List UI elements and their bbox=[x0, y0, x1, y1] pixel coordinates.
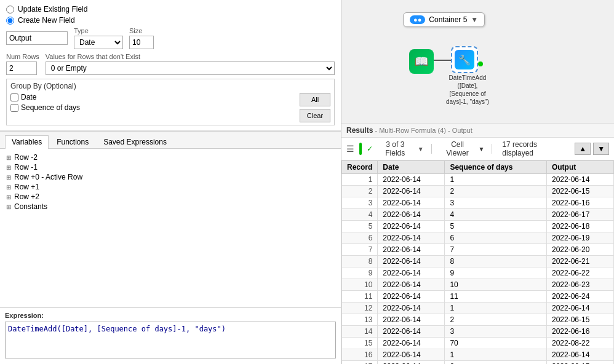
tree-item-row-active[interactable]: ⊞ Row +0 - Active Row bbox=[5, 172, 336, 182]
create-new-radio[interactable] bbox=[6, 17, 14, 25]
tab-functions[interactable]: Functions bbox=[50, 135, 95, 148]
cell-date: 2022-06-14 bbox=[378, 303, 445, 314]
tree-item-row-minus1[interactable]: ⊞ Row -1 bbox=[5, 162, 336, 172]
expression-input[interactable]: DateTimeAdd([Date], [Sequence of days]-1… bbox=[5, 322, 336, 358]
size-label: Size bbox=[129, 27, 154, 34]
container-toggle[interactable]: ●● bbox=[410, 15, 425, 24]
table-row[interactable]: 4 2022-06-14 4 2022-06-17 bbox=[342, 209, 614, 221]
table-header: Record Date Sequence of days Output bbox=[342, 161, 614, 174]
expand-icon-row-minus2: ⊞ bbox=[5, 154, 12, 161]
groupby-seqdays-label: Sequence of days bbox=[10, 103, 296, 112]
cell-seqdays: 9 bbox=[445, 267, 547, 279]
type-label: Type bbox=[74, 27, 123, 34]
table-row[interactable]: 6 2022-06-14 6 2022-06-19 bbox=[342, 232, 614, 244]
table-row[interactable]: 17 2022-06-14 2 2022-06-15 bbox=[342, 361, 614, 365]
table-row[interactable]: 1 2022-06-14 1 2022-06-14 bbox=[342, 174, 614, 186]
cell-output: 2022-06-22 bbox=[546, 267, 613, 279]
table-row[interactable]: 15 2022-06-14 70 2022-08-22 bbox=[342, 338, 614, 349]
table-row[interactable]: 9 2022-06-14 9 2022-06-22 bbox=[342, 267, 614, 279]
cell-seqdays: 70 bbox=[445, 338, 547, 349]
output-field-input[interactable] bbox=[6, 31, 68, 45]
numrows-input[interactable] bbox=[6, 61, 37, 75]
table-row[interactable]: 16 2022-06-14 1 2022-06-14 bbox=[342, 349, 614, 361]
tree-item-row-minus2[interactable]: ⊞ Row -2 bbox=[5, 152, 336, 162]
update-existing-radio-row: Update Existing Field bbox=[6, 5, 335, 14]
table-body: 1 2022-06-14 1 2022-06-14 2 2022-06-14 2… bbox=[342, 174, 614, 365]
records-count-label: 17 records displayed bbox=[502, 140, 570, 157]
cell-record: 13 bbox=[342, 314, 378, 326]
nav-down-button[interactable]: ▼ bbox=[593, 143, 609, 155]
cell-output: 2022-06-16 bbox=[546, 197, 613, 209]
cell-date: 2022-06-14 bbox=[378, 197, 445, 209]
groupby-checkboxes: Date Sequence of days bbox=[10, 93, 296, 122]
cell-date: 2022-06-14 bbox=[378, 361, 445, 365]
toolbar-separator-2 bbox=[492, 144, 492, 154]
cell-seqdays: 2 bbox=[445, 314, 547, 326]
cell-record: 9 bbox=[342, 267, 378, 279]
groupby-section: Group By (Optional) Date Sequence of day… bbox=[6, 79, 335, 125]
table-row[interactable]: 14 2022-06-14 3 2022-06-16 bbox=[342, 326, 614, 338]
groupby-all-button[interactable]: All bbox=[300, 93, 330, 106]
groupby-seqdays-checkbox[interactable] bbox=[10, 104, 18, 112]
update-existing-radio[interactable] bbox=[6, 6, 14, 14]
fields-button[interactable]: ✓ 3 of 3 Fields ▼ bbox=[367, 140, 424, 157]
cell-date: 2022-06-14 bbox=[378, 349, 445, 361]
values-select[interactable]: 0 or Empty bbox=[46, 61, 335, 75]
table-row[interactable]: 11 2022-06-14 11 2022-06-24 bbox=[342, 291, 614, 303]
cell-date: 2022-06-14 bbox=[378, 174, 445, 186]
cell-date: 2022-06-14 bbox=[378, 267, 445, 279]
cell-record: 1 bbox=[342, 174, 378, 186]
cell-output: 2022-06-16 bbox=[546, 326, 613, 338]
source-tool-icon[interactable]: 📖 bbox=[409, 49, 434, 74]
table-row[interactable]: 8 2022-06-14 8 2022-06-21 bbox=[342, 256, 614, 267]
cell-output: 2022-06-24 bbox=[546, 291, 613, 303]
connector-line bbox=[434, 60, 451, 61]
results-body: Record Date Sequence of days Output 1 20… bbox=[341, 160, 614, 364]
groupby-header: Group By (Optional) bbox=[10, 82, 330, 90]
table-row[interactable]: 2 2022-06-14 2 2022-06-15 bbox=[342, 186, 614, 197]
cell-seqdays: 7 bbox=[445, 244, 547, 256]
formula-tool-icon[interactable]: 🔧 bbox=[451, 46, 478, 73]
cell-record: 14 bbox=[342, 326, 378, 338]
table-row[interactable]: 3 2022-06-14 3 2022-06-16 bbox=[342, 197, 614, 209]
expression-section: Expression: DateTimeAdd([Date], [Sequenc… bbox=[0, 307, 341, 364]
tree-item-row-plus1[interactable]: ⊞ Row +1 bbox=[5, 182, 336, 192]
data-table-wrapper: Record Date Sequence of days Output 1 20… bbox=[341, 160, 614, 364]
col-header-seqdays: Sequence of days bbox=[445, 161, 547, 174]
tree-item-constants[interactable]: ⊞ Constants bbox=[5, 202, 336, 212]
cell-record: 11 bbox=[342, 291, 378, 303]
cell-output: 2022-06-15 bbox=[546, 361, 613, 365]
cell-output: 2022-06-20 bbox=[546, 244, 613, 256]
groupby-date-checkbox[interactable] bbox=[10, 93, 18, 101]
type-select[interactable]: Date bbox=[74, 36, 123, 49]
cell-date: 2022-06-14 bbox=[378, 291, 445, 303]
table-row[interactable]: 12 2022-06-14 1 2022-06-14 bbox=[342, 303, 614, 314]
field-definition-row: Type Date Size bbox=[6, 27, 335, 49]
expand-icon-row-active: ⊞ bbox=[5, 174, 12, 181]
container-node[interactable]: ●● Container 5 ▼ bbox=[403, 12, 485, 27]
cell-record: 8 bbox=[342, 256, 378, 267]
cell-viewer-button[interactable]: Cell Viewer ▼ bbox=[439, 140, 485, 157]
cell-output: 2022-06-14 bbox=[546, 349, 613, 361]
left-panel: Update Existing Field Create New Field T… bbox=[0, 0, 341, 364]
table-row[interactable]: 13 2022-06-14 2 2022-06-15 bbox=[342, 314, 614, 326]
size-input[interactable] bbox=[129, 36, 154, 49]
cell-output: 2022-06-15 bbox=[546, 314, 613, 326]
groupby-clear-button[interactable]: Clear bbox=[300, 109, 330, 122]
tab-saved-expressions[interactable]: Saved Expressions bbox=[97, 135, 173, 148]
table-row[interactable]: 7 2022-06-14 7 2022-06-20 bbox=[342, 244, 614, 256]
size-field-group: Size bbox=[129, 27, 154, 49]
nav-up-button[interactable]: ▲ bbox=[575, 143, 591, 155]
tab-variables[interactable]: Variables bbox=[5, 135, 49, 149]
results-toolbar: ☰ ✓ 3 of 3 Fields ▼ Cell Viewer ▼ 17 rec… bbox=[341, 138, 614, 160]
tree-item-row-plus2[interactable]: ⊞ Row +2 bbox=[5, 192, 336, 202]
nav-arrows: ▲ ▼ bbox=[575, 143, 609, 155]
table-row[interactable]: 5 2022-06-14 5 2022-06-18 bbox=[342, 221, 614, 232]
container-dropdown-icon[interactable]: ▼ bbox=[471, 15, 478, 24]
cell-record: 12 bbox=[342, 303, 378, 314]
cell-seqdays: 4 bbox=[445, 209, 547, 221]
table-row[interactable]: 10 2022-06-14 10 2022-06-23 bbox=[342, 279, 614, 291]
hamburger-menu-icon[interactable]: ☰ bbox=[346, 144, 354, 154]
cell-output: 2022-06-14 bbox=[546, 174, 613, 186]
tabs-section: Variables Functions Saved Expressions ⊞ … bbox=[0, 131, 341, 307]
